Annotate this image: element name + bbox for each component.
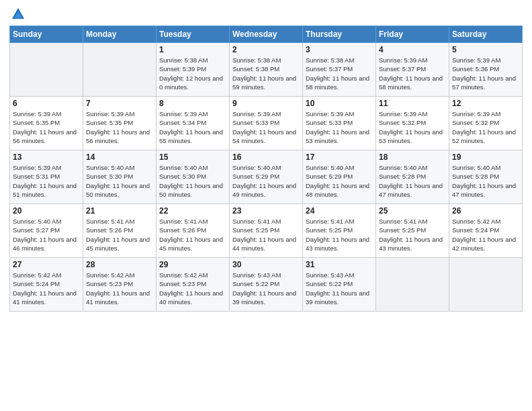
- calendar-cell: 1Sunrise: 5:38 AMSunset: 5:39 PMDaylight…: [157, 43, 230, 97]
- calendar-cell: 15Sunrise: 5:40 AMSunset: 5:30 PMDayligh…: [157, 150, 230, 204]
- day-number: 24: [306, 206, 373, 216]
- week-row-2: 6Sunrise: 5:39 AMSunset: 5:35 PMDaylight…: [10, 97, 523, 150]
- calendar-cell: [449, 258, 523, 312]
- day-number: 8: [159, 99, 226, 108]
- calendar-cell: 11Sunrise: 5:39 AMSunset: 5:32 PMDayligh…: [376, 97, 449, 150]
- day-number: 13: [13, 152, 80, 162]
- day-number: 29: [159, 260, 226, 269]
- day-number: 27: [13, 260, 80, 269]
- weekday-tuesday: Tuesday: [157, 26, 230, 43]
- day-info: Sunrise: 5:43 AMSunset: 5:22 PMDaylight:…: [232, 271, 300, 306]
- calendar-cell: 29Sunrise: 5:42 AMSunset: 5:23 PMDayligh…: [157, 258, 230, 312]
- day-number: 22: [159, 206, 226, 216]
- week-row-1: 1Sunrise: 5:38 AMSunset: 5:39 PMDaylight…: [10, 43, 523, 97]
- calendar-header: SundayMondayTuesdayWednesdayThursdayFrid…: [10, 26, 523, 43]
- week-row-4: 20Sunrise: 5:40 AMSunset: 5:27 PMDayligh…: [10, 204, 523, 258]
- day-info: Sunrise: 5:40 AMSunset: 5:28 PMDaylight:…: [379, 163, 446, 199]
- weekday-sunday: Sunday: [10, 26, 83, 43]
- calendar-cell: [83, 43, 157, 97]
- day-number: 3: [306, 45, 373, 54]
- calendar-cell: 17Sunrise: 5:40 AMSunset: 5:29 PMDayligh…: [303, 150, 376, 204]
- calendar-body: 1Sunrise: 5:38 AMSunset: 5:39 PMDaylight…: [10, 43, 523, 312]
- day-info: Sunrise: 5:39 AMSunset: 5:33 PMDaylight:…: [306, 109, 373, 145]
- calendar-cell: 7Sunrise: 5:39 AMSunset: 5:35 PMDaylight…: [83, 97, 157, 150]
- day-info: Sunrise: 5:43 AMSunset: 5:22 PMDaylight:…: [306, 271, 373, 306]
- weekday-friday: Friday: [376, 26, 449, 43]
- logo-area: [9, 7, 26, 21]
- day-info: Sunrise: 5:39 AMSunset: 5:37 PMDaylight:…: [379, 56, 446, 91]
- day-info: Sunrise: 5:38 AMSunset: 5:39 PMDaylight:…: [159, 56, 226, 91]
- logo-icon: [11, 7, 26, 21]
- calendar-cell: 13Sunrise: 5:39 AMSunset: 5:31 PMDayligh…: [10, 150, 83, 204]
- calendar-cell: 6Sunrise: 5:39 AMSunset: 5:35 PMDaylight…: [10, 97, 83, 150]
- day-number: 21: [86, 206, 153, 216]
- calendar-cell: 10Sunrise: 5:39 AMSunset: 5:33 PMDayligh…: [303, 97, 376, 150]
- day-info: Sunrise: 5:42 AMSunset: 5:24 PMDaylight:…: [452, 217, 519, 253]
- day-number: 2: [232, 45, 300, 54]
- weekday-header-row: SundayMondayTuesdayWednesdayThursdayFrid…: [10, 26, 523, 43]
- logo: [9, 7, 26, 21]
- calendar-cell: 30Sunrise: 5:43 AMSunset: 5:22 PMDayligh…: [230, 258, 303, 312]
- calendar-cell: 3Sunrise: 5:38 AMSunset: 5:37 PMDaylight…: [303, 43, 376, 97]
- day-info: Sunrise: 5:40 AMSunset: 5:29 PMDaylight:…: [232, 163, 300, 199]
- week-row-5: 27Sunrise: 5:42 AMSunset: 5:24 PMDayligh…: [10, 258, 523, 312]
- day-number: 4: [379, 45, 446, 54]
- calendar-cell: 22Sunrise: 5:41 AMSunset: 5:26 PMDayligh…: [157, 204, 230, 258]
- day-number: 5: [452, 45, 519, 54]
- weekday-thursday: Thursday: [303, 26, 376, 43]
- day-number: 30: [232, 260, 300, 269]
- calendar-cell: [376, 258, 449, 312]
- day-info: Sunrise: 5:41 AMSunset: 5:26 PMDaylight:…: [159, 217, 226, 253]
- day-info: Sunrise: 5:39 AMSunset: 5:33 PMDaylight:…: [232, 109, 300, 145]
- calendar-cell: 19Sunrise: 5:40 AMSunset: 5:28 PMDayligh…: [449, 150, 523, 204]
- calendar-cell: 2Sunrise: 5:38 AMSunset: 5:38 PMDaylight…: [230, 43, 303, 97]
- day-info: Sunrise: 5:39 AMSunset: 5:36 PMDaylight:…: [452, 56, 519, 91]
- day-number: 6: [13, 99, 80, 108]
- day-info: Sunrise: 5:39 AMSunset: 5:32 PMDaylight:…: [379, 109, 446, 145]
- day-number: 9: [232, 99, 300, 108]
- day-info: Sunrise: 5:42 AMSunset: 5:23 PMDaylight:…: [159, 271, 226, 306]
- day-number: 14: [86, 152, 153, 162]
- calendar-cell: 18Sunrise: 5:40 AMSunset: 5:28 PMDayligh…: [376, 150, 449, 204]
- calendar-cell: 27Sunrise: 5:42 AMSunset: 5:24 PMDayligh…: [10, 258, 83, 312]
- day-info: Sunrise: 5:40 AMSunset: 5:30 PMDaylight:…: [86, 163, 153, 199]
- week-row-3: 13Sunrise: 5:39 AMSunset: 5:31 PMDayligh…: [10, 150, 523, 204]
- day-info: Sunrise: 5:39 AMSunset: 5:31 PMDaylight:…: [13, 163, 80, 199]
- day-info: Sunrise: 5:39 AMSunset: 5:35 PMDaylight:…: [86, 109, 153, 145]
- calendar-cell: 14Sunrise: 5:40 AMSunset: 5:30 PMDayligh…: [83, 150, 157, 204]
- calendar-cell: 28Sunrise: 5:42 AMSunset: 5:23 PMDayligh…: [83, 258, 157, 312]
- calendar-cell: 8Sunrise: 5:39 AMSunset: 5:34 PMDaylight…: [157, 97, 230, 150]
- calendar-cell: 23Sunrise: 5:41 AMSunset: 5:25 PMDayligh…: [230, 204, 303, 258]
- day-number: 28: [86, 260, 153, 269]
- day-number: 31: [306, 260, 373, 269]
- weekday-saturday: Saturday: [449, 26, 523, 43]
- calendar-cell: 20Sunrise: 5:40 AMSunset: 5:27 PMDayligh…: [10, 204, 83, 258]
- day-number: 20: [13, 206, 80, 216]
- day-info: Sunrise: 5:42 AMSunset: 5:24 PMDaylight:…: [13, 271, 80, 306]
- calendar-cell: 26Sunrise: 5:42 AMSunset: 5:24 PMDayligh…: [449, 204, 523, 258]
- calendar-cell: 12Sunrise: 5:39 AMSunset: 5:32 PMDayligh…: [449, 97, 523, 150]
- calendar-cell: 4Sunrise: 5:39 AMSunset: 5:37 PMDaylight…: [376, 43, 449, 97]
- day-number: 25: [379, 206, 446, 216]
- calendar-cell: 16Sunrise: 5:40 AMSunset: 5:29 PMDayligh…: [230, 150, 303, 204]
- day-info: Sunrise: 5:41 AMSunset: 5:25 PMDaylight:…: [306, 217, 373, 253]
- day-number: 26: [452, 206, 519, 216]
- day-number: 19: [452, 152, 519, 162]
- day-info: Sunrise: 5:40 AMSunset: 5:29 PMDaylight:…: [306, 163, 373, 199]
- day-info: Sunrise: 5:39 AMSunset: 5:32 PMDaylight:…: [452, 109, 519, 145]
- calendar-page: SundayMondayTuesdayWednesdayThursdayFrid…: [0, 0, 532, 411]
- day-info: Sunrise: 5:42 AMSunset: 5:23 PMDaylight:…: [86, 271, 153, 306]
- day-number: 16: [232, 152, 300, 162]
- calendar-cell: 21Sunrise: 5:41 AMSunset: 5:26 PMDayligh…: [83, 204, 157, 258]
- calendar-table: SundayMondayTuesdayWednesdayThursdayFrid…: [9, 26, 523, 312]
- calendar-cell: 31Sunrise: 5:43 AMSunset: 5:22 PMDayligh…: [303, 258, 376, 312]
- day-number: 15: [159, 152, 226, 162]
- weekday-monday: Monday: [83, 26, 157, 43]
- calendar-cell: 9Sunrise: 5:39 AMSunset: 5:33 PMDaylight…: [230, 97, 303, 150]
- day-info: Sunrise: 5:38 AMSunset: 5:37 PMDaylight:…: [306, 56, 373, 91]
- day-info: Sunrise: 5:41 AMSunset: 5:26 PMDaylight:…: [86, 217, 153, 253]
- day-info: Sunrise: 5:41 AMSunset: 5:25 PMDaylight:…: [379, 217, 446, 253]
- calendar-cell: 24Sunrise: 5:41 AMSunset: 5:25 PMDayligh…: [303, 204, 376, 258]
- day-info: Sunrise: 5:39 AMSunset: 5:35 PMDaylight:…: [13, 109, 80, 145]
- day-number: 10: [306, 99, 373, 108]
